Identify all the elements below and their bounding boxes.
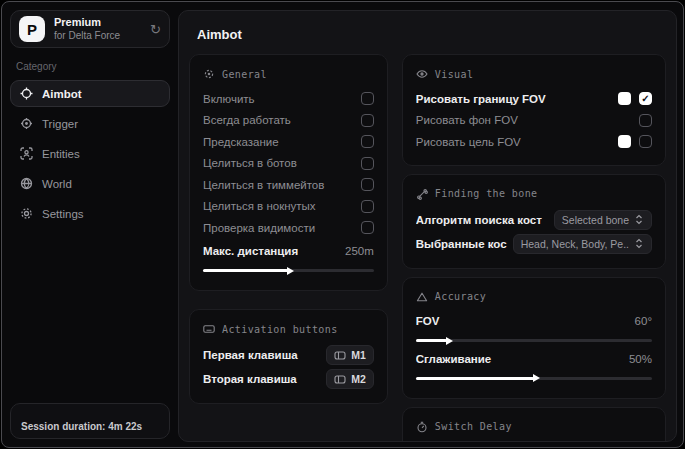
- visual-label: Рисовать цель FOV: [416, 136, 610, 148]
- toggle-row: Проверка видимости: [203, 217, 374, 239]
- checkbox[interactable]: [639, 135, 652, 148]
- sidebar-item-label: Trigger: [42, 118, 78, 130]
- app-logo: P: [19, 16, 45, 42]
- toggle-row: Целиться в ботов: [203, 153, 374, 175]
- section-general-header: General: [203, 68, 374, 80]
- slider-value: 60°: [635, 315, 652, 327]
- checkbox[interactable]: [361, 114, 374, 127]
- section-title: General: [222, 69, 267, 80]
- checkbox[interactable]: [361, 92, 374, 105]
- unfold-icon: [634, 214, 644, 225]
- session-duration: Session duration: 4m 22s: [10, 403, 170, 439]
- target-icon: [20, 117, 33, 130]
- category-label: Category: [16, 61, 164, 72]
- checkbox[interactable]: [361, 157, 374, 170]
- left-column: General Включить Всегда работать Предска…: [189, 54, 388, 404]
- right-column: Visual Рисовать границу FOV Рисовать фон…: [402, 54, 666, 442]
- sidebar-item-world[interactable]: World: [10, 170, 170, 197]
- select-value: Head, Neck, Body, Pe..: [521, 238, 629, 250]
- logo-text: Premium for Delta Force: [54, 16, 120, 42]
- scope-icon: [203, 68, 215, 80]
- smoothing-slider-block: Сглаживание 50%: [416, 348, 652, 380]
- smoothing-slider[interactable]: [416, 377, 652, 380]
- checkbox[interactable]: [361, 200, 374, 213]
- mouse-icon: [334, 374, 346, 385]
- keybind-button-2[interactable]: M2: [326, 369, 374, 389]
- fov-slider[interactable]: [416, 339, 652, 342]
- checkbox[interactable]: [639, 92, 652, 105]
- keybind-label: Вторая клавиша: [203, 373, 320, 385]
- bone-algorithm-select[interactable]: Selected bone: [554, 210, 652, 230]
- section-accuracy-header: Accuracy: [416, 291, 652, 303]
- toggle-row: Целиться в тиммейтов: [203, 174, 374, 196]
- bone-icon: [416, 188, 428, 200]
- toggle-label: Включить: [203, 93, 353, 105]
- sidebar-item-entities[interactable]: Entities: [10, 140, 170, 167]
- slider-label: Макс. дистанция: [203, 245, 337, 257]
- section-activation-header: Activation buttons: [203, 323, 374, 335]
- sidebar-item-label: Aimbot: [42, 88, 82, 100]
- refresh-icon[interactable]: ↻: [150, 23, 161, 36]
- sidebar-item-aimbot[interactable]: Aimbot: [10, 80, 170, 107]
- page-title: Aimbot: [197, 27, 666, 42]
- max-distance-slider-block: Макс. дистанция 250m: [203, 241, 374, 273]
- section-title: Switch Delay: [435, 421, 512, 432]
- section-visual-header: Visual: [416, 68, 652, 80]
- color-swatch[interactable]: [618, 135, 631, 148]
- sidebar-item-trigger[interactable]: Trigger: [10, 110, 170, 137]
- toggle-label: Целиться в ботов: [203, 157, 353, 169]
- toggle-row: Предсказание: [203, 131, 374, 153]
- keybind-row: Вторая клавиша M2: [203, 367, 374, 391]
- section-switch-delay-header: Switch Delay: [416, 421, 652, 433]
- visual-row: Рисовать границу FOV: [416, 88, 652, 110]
- select-label: Алгоритм поиска кост: [416, 214, 548, 226]
- crosshair-icon: [20, 87, 33, 100]
- section-visual: Visual Рисовать границу FOV Рисовать фон…: [402, 54, 666, 166]
- select-row: Алгоритм поиска кост Selected bone: [416, 208, 652, 232]
- toggle-label: Проверка видимости: [203, 222, 353, 234]
- mouse-icon: [334, 350, 346, 361]
- toggle-label: Целиться в нокнутых: [203, 200, 353, 212]
- checkbox[interactable]: [361, 178, 374, 191]
- globe-icon: [20, 177, 33, 190]
- selected-bones-select[interactable]: Head, Neck, Body, Pe..: [513, 234, 652, 254]
- keybind-button-1[interactable]: M1: [326, 345, 374, 365]
- sidebar-item-label: Settings: [42, 208, 84, 220]
- select-label: Выбранные кос: [416, 238, 507, 250]
- session-duration-text: Session duration: 4m 22s: [21, 421, 142, 432]
- max-distance-slider[interactable]: [203, 269, 374, 272]
- keybind-row: Первая клавиша M1: [203, 343, 374, 367]
- slider-label: FOV: [416, 315, 627, 327]
- sidebar-nav: Aimbot Trigger Entities World: [10, 80, 170, 227]
- app-title: Premium: [54, 16, 120, 30]
- unfold-icon: [634, 238, 644, 249]
- checkbox[interactable]: [639, 114, 652, 127]
- slider-fill: [416, 377, 534, 380]
- section-activation-buttons: Activation buttons Первая клавиша M1 Вто…: [189, 309, 388, 404]
- section-bone-header: Finding the bone: [416, 188, 652, 200]
- triangle-icon: [416, 291, 428, 303]
- slider-label: Сглаживание: [416, 353, 621, 365]
- checkbox[interactable]: [361, 135, 374, 148]
- toggle-row: Целиться в нокнутых: [203, 196, 374, 218]
- toggle-row: Задержка переключения: [416, 441, 652, 443]
- keybind-label: Первая клавиша: [203, 349, 320, 361]
- sidebar-item-settings[interactable]: Settings: [10, 200, 170, 227]
- color-swatch[interactable]: [618, 92, 631, 105]
- gear-icon: [20, 207, 33, 220]
- sidebar-item-label: World: [42, 178, 72, 190]
- section-switch-delay: Switch Delay Задержка переключения Задер…: [402, 407, 666, 443]
- fov-slider-block: FOV 60°: [416, 311, 652, 343]
- section-title: Activation buttons: [222, 324, 338, 335]
- slider-header: FOV 60°: [416, 311, 652, 333]
- sidebar: P Premium for Delta Force ↻ Category Aim…: [2, 2, 178, 447]
- keyboard-icon: [203, 323, 215, 335]
- visual-label: Рисовать фон FOV: [416, 114, 631, 126]
- toggle-label: Всегда работать: [203, 114, 353, 126]
- checkbox[interactable]: [361, 221, 374, 234]
- slider-header: Макс. дистанция 250m: [203, 241, 374, 263]
- visual-row: Рисовать цель FOV: [416, 131, 652, 153]
- slider-fill: [203, 269, 288, 272]
- slider-value: 250m: [345, 245, 374, 257]
- visual-row: Рисовать фон FOV: [416, 110, 652, 132]
